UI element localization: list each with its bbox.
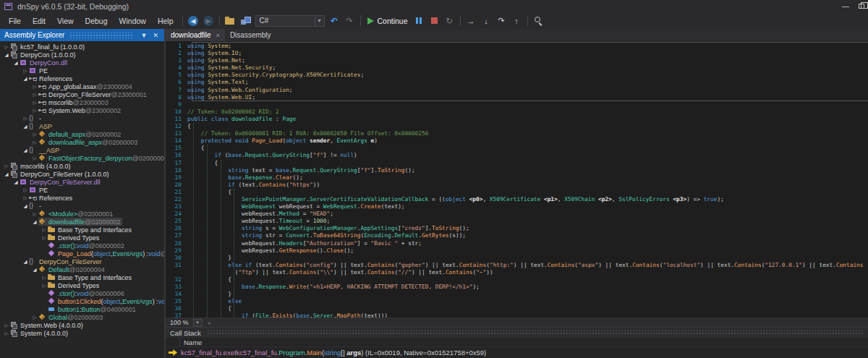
show-next-statement-button[interactable]: → (464, 14, 478, 27)
tree-item[interactable]: ▷App_global.asax @23000004 (0, 82, 164, 90)
expander-icon[interactable]: ◢ (22, 148, 29, 153)
expander-icon[interactable]: ▷ (22, 195, 29, 201)
tree-item[interactable]: ▷downloadfile_aspx @02000003 (0, 138, 164, 146)
tree-item[interactable]: ◢Default @02000004 (0, 265, 164, 273)
language-select[interactable]: C# ▼ (255, 15, 325, 27)
tree-item[interactable]: .ctor() : void @06000006 (0, 289, 164, 297)
tree-item[interactable]: ▷DerpyCon_FileServer @23000001 (0, 90, 164, 98)
expander-icon[interactable]: ▷ (3, 331, 10, 336)
tree-item[interactable]: ◢DerpyCon.dll (0, 59, 164, 67)
tree-item[interactable]: ▷- (0, 114, 164, 122)
menu-item-view[interactable]: View (51, 14, 80, 27)
tab-downloadfile[interactable]: downloadfile × (166, 29, 225, 41)
restore-button[interactable] (854, 1, 868, 11)
tree-item[interactable]: ◢- (0, 202, 164, 210)
break-button[interactable] (412, 14, 426, 27)
step-into-button[interactable]: ↓ (480, 14, 493, 27)
tree-item[interactable]: Page_Load(object, EventArgs) : void @060… (0, 250, 164, 257)
search-assemblies-button[interactable] (532, 14, 545, 27)
expander-icon[interactable]: ◢ (12, 179, 20, 185)
tree-item[interactable]: ▷FastObjectFactory_derpycon @02000004 (0, 154, 164, 162)
tree-item[interactable]: ▷mscorlib (4.0.0.0) (0, 162, 164, 170)
expander-icon[interactable]: ▷ (3, 163, 10, 169)
continue-button[interactable]: Continue (365, 14, 411, 27)
tree-item[interactable]: ▷PE (0, 186, 164, 194)
expander-icon[interactable]: ◢ (22, 259, 29, 265)
expander-icon[interactable]: ▷ (31, 155, 38, 161)
undo-button[interactable]: ↶ (328, 14, 341, 27)
expander-icon[interactable]: ▷ (41, 227, 48, 233)
tree-item[interactable]: ◢DerpyCon_FileServer (0, 257, 164, 265)
reload-assemblies-button[interactable] (239, 14, 252, 27)
expander-icon[interactable]: ◢ (22, 124, 29, 129)
expander-icon[interactable]: ▷ (41, 235, 48, 241)
panel-drag-grip[interactable] (207, 331, 864, 336)
tree-item[interactable]: ◢__ASP (0, 146, 164, 154)
expander-icon[interactable]: ▷ (31, 92, 38, 98)
expander-icon[interactable]: ◢ (12, 60, 20, 66)
menu-item-edit[interactable]: Edit (27, 14, 51, 27)
tree-item[interactable]: ▷<Module> @02000001 (0, 210, 164, 218)
expander-icon[interactable]: ◢ (22, 203, 29, 209)
tree-item[interactable]: ◢References (0, 74, 164, 82)
expander-icon[interactable]: ◢ (22, 76, 29, 82)
expander-icon[interactable]: ▷ (31, 84, 38, 90)
zoom-dropdown[interactable]: ▼ (193, 319, 203, 327)
column-header-name[interactable]: Name (180, 338, 202, 346)
tree-item[interactable]: ▷Global @02000003 (0, 313, 164, 321)
expander-icon[interactable]: ▷ (31, 140, 38, 145)
expander-icon[interactable]: ▷ (31, 315, 38, 320)
assembly-tree[interactable]: ▷kc57_final_fu (1.0.0.0)◢DerpyCon (1.0.0… (0, 41, 164, 358)
stop-debugging-button[interactable] (427, 14, 441, 27)
expander-icon[interactable]: ▷ (22, 116, 29, 122)
tree-item[interactable]: ▷Base Type and Interfaces (0, 273, 164, 281)
expander-icon[interactable]: ▷ (31, 211, 38, 217)
minimize-button[interactable]: — (838, 1, 854, 11)
panel-drag-grip[interactable] (69, 33, 132, 38)
expander-icon[interactable]: ▷ (3, 323, 10, 328)
tree-item[interactable]: ▷References (0, 194, 164, 202)
expander-icon[interactable]: ▷ (22, 187, 29, 193)
expander-icon[interactable]: ◢ (3, 171, 10, 177)
expander-icon[interactable]: ▷ (31, 108, 38, 114)
callstack-frame[interactable]: kc57_final_fu.exe!kc57_final_fu.Program.… (166, 347, 868, 358)
tree-item[interactable]: .ctor() : void @06000002 (0, 242, 164, 250)
open-file-button[interactable] (224, 14, 237, 27)
navigate-forward-button[interactable]: ▶ (202, 14, 216, 27)
tree-item[interactable]: button1Clicked(object, EventArgs) : void (0, 297, 164, 305)
chevron-down-icon[interactable]: ▼ (138, 32, 150, 39)
tab-disassembly[interactable]: Disassembly (225, 29, 276, 41)
tree-item[interactable]: ▷System.Web @23000002 (0, 106, 164, 114)
tree-item[interactable]: ▷PE (0, 67, 164, 74)
tree-item[interactable]: ▷default_aspx @02000002 (0, 130, 164, 138)
navigate-back-button[interactable]: ◀ (187, 14, 200, 27)
expander-icon[interactable]: ▷ (3, 44, 10, 50)
expander-icon[interactable]: ▷ (22, 68, 29, 74)
tree-item[interactable]: ◢downloadfile @02000002 (0, 218, 164, 226)
expander-icon[interactable]: ◢ (31, 219, 38, 225)
expander-icon[interactable]: ▷ (41, 275, 48, 281)
menu-item-window[interactable]: Window (114, 14, 152, 27)
tree-item[interactable]: ▷Derived Types (0, 234, 164, 242)
tree-item[interactable]: ▷System.Web (4.0.0.0) (0, 321, 164, 329)
expander-icon[interactable]: ▷ (41, 283, 48, 289)
tree-item[interactable]: button1 : Button @04000001 (0, 305, 164, 313)
expander-icon[interactable]: ▷ (31, 132, 38, 137)
horizontal-scrollbar[interactable]: ◂ (205, 318, 868, 327)
tree-item[interactable]: ◢ASP (0, 122, 164, 130)
step-out-button[interactable]: ↑ (510, 14, 524, 27)
tree-item[interactable]: ▷mscorlib @23000003 (0, 98, 164, 106)
tree-item[interactable]: ◢DerpyCon (1.0.0.0) (0, 51, 164, 59)
tree-item[interactable]: ▷Base Type and Interfaces (0, 226, 164, 234)
restart-button[interactable]: ↻ (443, 14, 456, 27)
tree-item[interactable]: ◢DerpyCon_FileServer (1.0.0.0) (0, 170, 164, 178)
expander-icon[interactable]: ▷ (31, 100, 38, 106)
expander-icon[interactable]: ◢ (3, 52, 10, 58)
tree-item[interactable]: ◢DerpyCon_FileServer.dll (0, 178, 164, 186)
menu-item-help[interactable]: Help (152, 14, 179, 27)
close-icon[interactable]: ✕ (150, 32, 161, 39)
redo-button[interactable]: ↷ (343, 14, 357, 27)
tree-item[interactable]: ▷System (4.0.0.0) (0, 329, 164, 337)
close-icon[interactable]: × (216, 32, 220, 39)
menu-item-file[interactable]: File (3, 14, 27, 27)
